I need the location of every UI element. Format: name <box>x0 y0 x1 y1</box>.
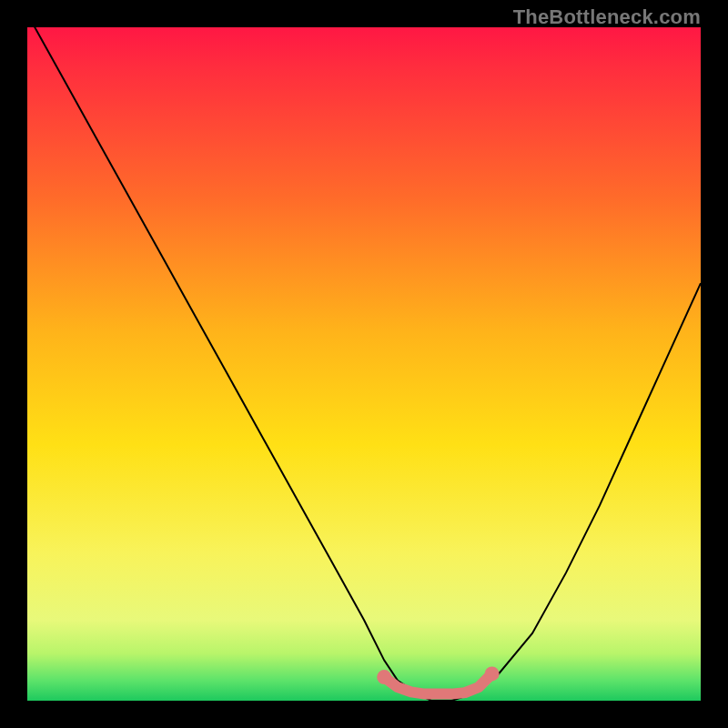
plot-area <box>27 27 701 701</box>
svg-point-0 <box>377 670 391 684</box>
watermark-label: TheBottleneck.com <box>513 5 701 29</box>
svg-point-1 <box>485 666 500 681</box>
gradient-background <box>27 27 701 701</box>
chart-container: TheBottleneck.com <box>0 0 728 728</box>
chart-svg <box>27 27 701 701</box>
